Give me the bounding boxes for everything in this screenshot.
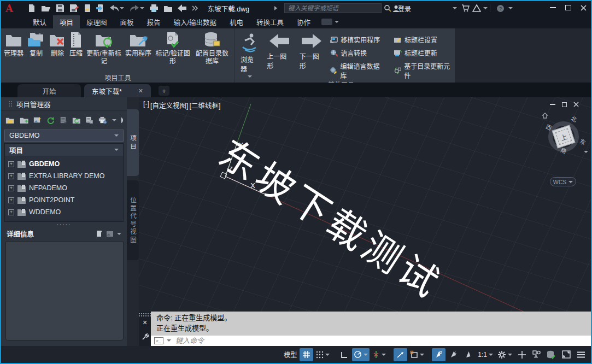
customization-menu-button[interactable] [574,348,588,361]
palette-grip-icon[interactable] [9,101,12,107]
ribbon-tab-conversion-tools[interactable]: 转换工具 [250,15,290,28]
compass-east-label[interactable]: 东 [578,137,587,146]
grid-display-button[interactable] [300,348,313,361]
object-snap-tracking-button[interactable] [371,348,388,361]
settings-gear-button[interactable] [496,348,514,361]
ribbon-tab-import-export[interactable]: 输入/输出数据 [167,15,223,28]
clean-screen-button[interactable] [559,348,573,361]
drawing-minimize-icon[interactable] [550,104,555,105]
copy-project-button[interactable]: 复制 [25,31,47,58]
search-icon[interactable] [384,4,391,12]
utilities-button[interactable]: 实用程序 [124,31,153,58]
save-to-web-mobile-icon[interactable] [96,3,104,14]
mark-verify-button[interactable]: 标记/验证图形 [153,31,192,67]
palette-splitter[interactable]: ····· [1,222,127,227]
isolate-objects-button[interactable] [530,348,543,361]
open-project-icon[interactable] [5,116,15,125]
update-components-catalog-button[interactable]: 基于目录更新元件 [394,61,454,80]
plot-project-icon[interactable] [98,116,107,125]
next-drawing-button[interactable]: 下一图形 [297,31,327,72]
ribbon-tab-panel[interactable]: 面板 [114,15,140,28]
save-icon[interactable] [56,3,65,14]
refresh-folder-icon[interactable] [72,116,81,125]
save-as-icon[interactable] [69,3,79,14]
tree-item-gbdemo[interactable]: + GBDEMO [8,158,123,170]
sheet-set-icon[interactable] [163,3,173,14]
migration-utilities-button[interactable]: 移植实用程序 [330,35,384,44]
project-manager-button[interactable]: 管理器 [2,31,25,58]
viewcube-menu-caret-icon[interactable] [584,151,588,153]
redo-button[interactable] [129,3,144,14]
selection-cycling-button[interactable] [461,348,475,361]
command-input[interactable] [174,336,591,345]
osnap-tracking-caret-icon[interactable] [382,354,386,356]
close-button[interactable] [576,1,590,14]
plot-icon[interactable] [149,3,159,14]
catalog-database-button[interactable]: 配置目录数据库 [192,31,232,67]
undo-button[interactable] [109,3,124,14]
back-arrow-icon[interactable] [178,3,187,14]
zip-project-button[interactable]: 压缩 [68,31,84,58]
autocad-logo[interactable]: A [5,1,13,15]
osnap-button[interactable] [432,348,446,361]
details-image-icon[interactable] [106,231,114,237]
data-link-button[interactable] [544,348,558,361]
help-search-input[interactable] [284,3,382,13]
ribbon-tab-reports[interactable]: 报告 [140,15,167,28]
project-manager-titlebar[interactable]: 项目管理器 [1,97,127,111]
edit-language-database-button[interactable]: 编辑语言数据库 [330,61,384,80]
settings-caret-icon[interactable] [508,354,512,356]
new-drawing-tab-button[interactable]: + [159,86,169,96]
file-tab-start[interactable]: 开始 [17,84,81,97]
open-folder-icon[interactable] [41,3,51,14]
snap-override-button[interactable] [447,348,460,361]
title-caret-icon[interactable] [274,6,277,10]
projects-section-header[interactable]: 项目 [5,144,123,156]
details-section-header[interactable]: 详细信息 [1,227,127,240]
snap-mode-button[interactable] [314,348,331,361]
viewport-minimize-control[interactable]: [-] [143,100,149,110]
task-list-icon[interactable] [60,116,67,125]
command-prompt-icon[interactable]: >_ [154,337,163,344]
help-icon[interactable]: ? [496,4,505,13]
details-caret-icon[interactable] [117,233,121,235]
drawing-canvas[interactable]: [-] [自定义视图] [二维线框] Y X Z [139,97,591,312]
command-customize-wrench-icon[interactable] [141,333,149,341]
polar-caret-icon[interactable] [364,354,368,356]
vtab-location-view[interactable]: 位置代号视图 [127,180,139,260]
previous-drawing-button[interactable]: 上一图形 [265,31,294,72]
open-from-web-mobile-icon[interactable] [84,3,91,14]
command-recent-caret-icon[interactable] [167,339,171,342]
expand-icon[interactable]: + [8,185,14,191]
scale-caret-icon[interactable] [489,354,493,356]
title-block-setup-button[interactable]: 标题栏设置 [394,35,454,44]
ortho-mode-button[interactable] [337,348,351,361]
drawing-restore-icon[interactable] [562,102,567,107]
active-project-combobox[interactable]: GBDEMO [4,130,124,142]
new-file-icon[interactable] [27,3,36,14]
help-dropdown-icon[interactable] [508,7,513,9]
undo-dropdown-icon[interactable] [120,7,124,9]
ribbon-tab-collaborate[interactable]: 协作 [290,15,317,28]
toolbar-dropdown-icon[interactable] [112,119,116,121]
tree-item-extra-library-demo[interactable]: + EXTRA LIBRARY DEMO [8,170,123,182]
expand-icon[interactable]: + [8,161,14,167]
expand-icon[interactable]: + [8,209,14,215]
title-block-update-button[interactable]: 标题栏更新 [394,48,454,57]
project-tools-panel-label[interactable]: 项目工具 [1,72,235,83]
signin-dropdown-icon[interactable] [453,7,457,9]
tree-item-wddemo[interactable]: + WDDEMO [8,206,123,218]
command-dock-grip-icon[interactable] [139,313,151,316]
redo-dropdown-icon[interactable] [140,7,144,9]
sign-in-button[interactable]: 登录 [398,1,411,15]
delete-project-button[interactable]: 删除 [47,31,68,58]
wcs-button[interactable]: WCS [550,177,576,186]
update-retag-button[interactable]: 更新/重新标记 [84,31,124,67]
ribbon-tab-project[interactable]: 项目 [53,15,80,28]
browser-button[interactable]: 浏览器 [238,31,261,80]
annotation-caret-icon[interactable] [420,354,424,356]
command-history[interactable]: 命令: 正在重生成模型。 正在重生成模型。 [151,312,591,336]
vtab-project[interactable]: 项目 [127,109,139,176]
app-store-cart-icon[interactable] [461,4,470,12]
file-tab-close-icon[interactable]: ✕ [138,87,143,95]
